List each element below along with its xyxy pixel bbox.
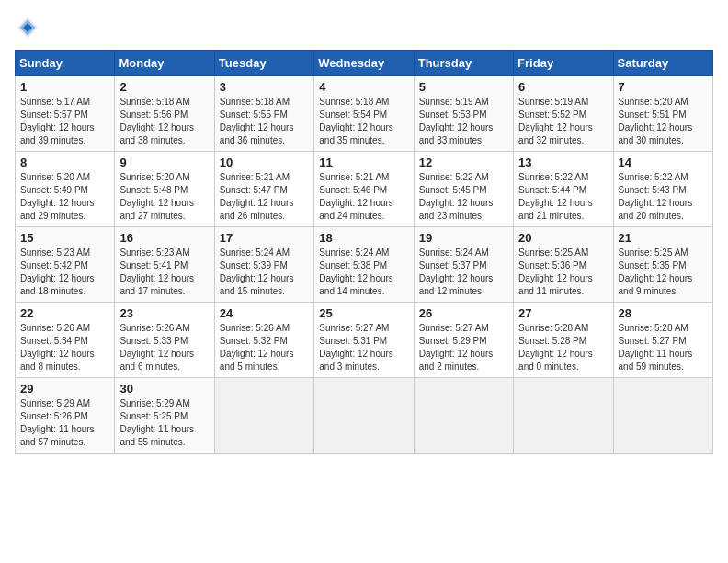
day-info: Sunrise: 5:18 AMSunset: 5:55 PMDaylight:… (220, 96, 309, 147)
day-info: Sunrise: 5:27 AMSunset: 5:29 PMDaylight:… (419, 322, 508, 373)
day-info: Sunrise: 5:26 AMSunset: 5:33 PMDaylight:… (119, 322, 209, 373)
day-info: Sunrise: 5:20 AMSunset: 5:49 PMDaylight:… (20, 171, 109, 223)
day-info: Sunrise: 5:25 AMSunset: 5:36 PMDaylight:… (518, 247, 608, 298)
day-number: 18 (319, 231, 408, 245)
day-number: 27 (518, 306, 608, 320)
week-row-4: 22Sunrise: 5:26 AMSunset: 5:34 PMDayligh… (16, 303, 713, 378)
day-number: 9 (119, 155, 209, 169)
day-cell-29: 29Sunrise: 5:29 AMSunset: 5:26 PMDayligh… (16, 378, 115, 454)
day-cell-9: 9Sunrise: 5:20 AMSunset: 5:48 PMDaylight… (115, 152, 214, 227)
day-cell-5: 5Sunrise: 5:19 AMSunset: 5:53 PMDaylight… (414, 76, 513, 152)
col-header-monday: Monday (115, 51, 214, 76)
day-cell-17: 17Sunrise: 5:24 AMSunset: 5:39 PMDayligh… (214, 227, 313, 303)
day-info: Sunrise: 5:27 AMSunset: 5:31 PMDaylight:… (319, 322, 408, 373)
day-cell-11: 11Sunrise: 5:21 AMSunset: 5:46 PMDayligh… (314, 152, 414, 227)
day-info: Sunrise: 5:22 AMSunset: 5:43 PMDaylight:… (619, 171, 708, 223)
day-number: 21 (619, 231, 708, 245)
day-number: 6 (518, 80, 608, 94)
empty-cell (414, 378, 513, 454)
day-info: Sunrise: 5:29 AMSunset: 5:25 PMDaylight:… (119, 397, 209, 449)
page-header (15, 15, 713, 40)
day-number: 22 (20, 306, 109, 320)
day-info: Sunrise: 5:22 AMSunset: 5:44 PMDaylight:… (518, 171, 608, 223)
day-cell-16: 16Sunrise: 5:23 AMSunset: 5:41 PMDayligh… (115, 227, 214, 303)
day-info: Sunrise: 5:28 AMSunset: 5:27 PMDaylight:… (619, 322, 708, 373)
col-header-saturday: Saturday (613, 51, 712, 76)
day-cell-10: 10Sunrise: 5:21 AMSunset: 5:47 PMDayligh… (214, 152, 313, 227)
col-header-sunday: Sunday (16, 51, 115, 76)
col-header-thursday: Thursday (414, 51, 513, 76)
col-header-friday: Friday (514, 51, 613, 76)
day-number: 15 (20, 231, 109, 245)
day-number: 16 (119, 231, 209, 245)
day-number: 12 (419, 155, 508, 169)
day-cell-12: 12Sunrise: 5:22 AMSunset: 5:45 PMDayligh… (414, 152, 513, 227)
empty-cell (314, 378, 414, 454)
day-number: 13 (518, 155, 608, 169)
day-info: Sunrise: 5:21 AMSunset: 5:47 PMDaylight:… (220, 171, 309, 223)
day-cell-26: 26Sunrise: 5:27 AMSunset: 5:29 PMDayligh… (414, 303, 513, 378)
day-number: 28 (619, 306, 708, 320)
day-number: 23 (119, 306, 209, 320)
empty-cell (514, 378, 613, 454)
day-number: 26 (419, 306, 508, 320)
day-cell-14: 14Sunrise: 5:22 AMSunset: 5:43 PMDayligh… (613, 152, 712, 227)
week-row-5: 29Sunrise: 5:29 AMSunset: 5:26 PMDayligh… (16, 378, 713, 454)
day-info: Sunrise: 5:26 AMSunset: 5:34 PMDaylight:… (20, 322, 109, 373)
day-number: 11 (319, 155, 408, 169)
day-cell-18: 18Sunrise: 5:24 AMSunset: 5:38 PMDayligh… (314, 227, 414, 303)
day-number: 19 (419, 231, 508, 245)
day-info: Sunrise: 5:20 AMSunset: 5:48 PMDaylight:… (119, 171, 209, 223)
day-cell-8: 8Sunrise: 5:20 AMSunset: 5:49 PMDaylight… (16, 152, 115, 227)
day-cell-2: 2Sunrise: 5:18 AMSunset: 5:56 PMDaylight… (115, 76, 214, 152)
day-number: 4 (319, 80, 408, 94)
day-cell-6: 6Sunrise: 5:19 AMSunset: 5:52 PMDaylight… (514, 76, 613, 152)
day-cell-13: 13Sunrise: 5:22 AMSunset: 5:44 PMDayligh… (514, 152, 613, 227)
empty-cell (214, 378, 313, 454)
day-number: 7 (619, 80, 708, 94)
day-info: Sunrise: 5:20 AMSunset: 5:51 PMDaylight:… (619, 96, 708, 147)
col-header-wednesday: Wednesday (314, 51, 414, 76)
day-info: Sunrise: 5:25 AMSunset: 5:35 PMDaylight:… (619, 247, 708, 298)
day-cell-30: 30Sunrise: 5:29 AMSunset: 5:25 PMDayligh… (115, 378, 214, 454)
day-info: Sunrise: 5:18 AMSunset: 5:54 PMDaylight:… (319, 96, 408, 147)
week-row-3: 15Sunrise: 5:23 AMSunset: 5:42 PMDayligh… (16, 227, 713, 303)
empty-cell (613, 378, 712, 454)
day-info: Sunrise: 5:28 AMSunset: 5:28 PMDaylight:… (518, 322, 608, 373)
day-cell-1: 1Sunrise: 5:17 AMSunset: 5:57 PMDaylight… (16, 76, 115, 152)
calendar-table: SundayMondayTuesdayWednesdayThursdayFrid… (15, 50, 713, 454)
day-info: Sunrise: 5:18 AMSunset: 5:56 PMDaylight:… (119, 96, 209, 147)
day-number: 2 (119, 80, 209, 94)
day-info: Sunrise: 5:24 AMSunset: 5:38 PMDaylight:… (319, 247, 408, 298)
day-cell-19: 19Sunrise: 5:24 AMSunset: 5:37 PMDayligh… (414, 227, 513, 303)
day-number: 3 (220, 80, 309, 94)
day-info: Sunrise: 5:24 AMSunset: 5:37 PMDaylight:… (419, 247, 508, 298)
day-info: Sunrise: 5:21 AMSunset: 5:46 PMDaylight:… (319, 171, 408, 223)
day-number: 25 (319, 306, 408, 320)
day-number: 17 (220, 231, 309, 245)
day-info: Sunrise: 5:22 AMSunset: 5:45 PMDaylight:… (419, 171, 508, 223)
day-cell-27: 27Sunrise: 5:28 AMSunset: 5:28 PMDayligh… (514, 303, 613, 378)
logo-icon (15, 15, 40, 40)
day-cell-7: 7Sunrise: 5:20 AMSunset: 5:51 PMDaylight… (613, 76, 712, 152)
day-number: 10 (220, 155, 309, 169)
day-number: 20 (518, 231, 608, 245)
day-number: 5 (419, 80, 508, 94)
day-cell-24: 24Sunrise: 5:26 AMSunset: 5:32 PMDayligh… (214, 303, 313, 378)
week-row-1: 1Sunrise: 5:17 AMSunset: 5:57 PMDaylight… (16, 76, 713, 152)
day-info: Sunrise: 5:23 AMSunset: 5:42 PMDaylight:… (20, 247, 109, 298)
day-cell-28: 28Sunrise: 5:28 AMSunset: 5:27 PMDayligh… (613, 303, 712, 378)
logo (15, 15, 44, 40)
day-cell-3: 3Sunrise: 5:18 AMSunset: 5:55 PMDaylight… (214, 76, 313, 152)
day-info: Sunrise: 5:29 AMSunset: 5:26 PMDaylight:… (20, 397, 109, 449)
day-info: Sunrise: 5:24 AMSunset: 5:39 PMDaylight:… (220, 247, 309, 298)
col-header-tuesday: Tuesday (214, 51, 313, 76)
day-info: Sunrise: 5:23 AMSunset: 5:41 PMDaylight:… (119, 247, 209, 298)
day-cell-21: 21Sunrise: 5:25 AMSunset: 5:35 PMDayligh… (613, 227, 712, 303)
day-cell-4: 4Sunrise: 5:18 AMSunset: 5:54 PMDaylight… (314, 76, 414, 152)
day-cell-23: 23Sunrise: 5:26 AMSunset: 5:33 PMDayligh… (115, 303, 214, 378)
day-info: Sunrise: 5:19 AMSunset: 5:52 PMDaylight:… (518, 96, 608, 147)
header-row: SundayMondayTuesdayWednesdayThursdayFrid… (16, 51, 713, 76)
day-info: Sunrise: 5:19 AMSunset: 5:53 PMDaylight:… (419, 96, 508, 147)
day-number: 24 (220, 306, 309, 320)
